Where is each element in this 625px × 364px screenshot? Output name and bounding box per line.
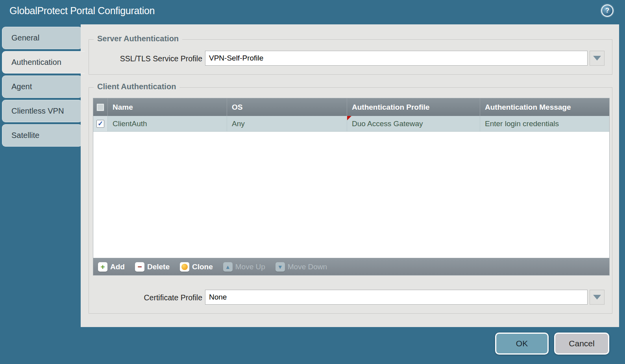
move-down-button-label: Move Down [288,263,327,271]
cell-name: ClientAuth [108,116,227,131]
window-title: GlobalProtect Portal Configuration [9,5,155,17]
move-up-button-label: Move Up [235,263,265,271]
column-header-os[interactable]: OS [227,98,347,116]
ssl-tls-service-profile-label: SSL/TLS Service Profile [89,54,202,63]
arrow-down-icon: ▼ [276,262,285,272]
tab-clientless-vpn[interactable]: Clientless VPN [2,100,82,122]
ok-button[interactable]: OK [495,333,549,355]
table-row[interactable]: ✓ ClientAuth Any Duo Access Gateway Ente… [93,116,609,132]
clone-button-label: Clone [192,263,213,271]
chevron-down-icon [593,295,601,300]
certificate-profile-dropdown-button[interactable] [590,290,605,305]
tab-label: Authentication [11,58,61,67]
tab-label: Clientless VPN [11,107,64,116]
cell-authentication-profile: Duo Access Gateway [347,116,480,131]
help-icon: ? [605,7,609,15]
modified-flag-icon [347,116,351,120]
table-header-row: Name OS Authentication Profile Authentic… [93,98,609,116]
move-down-button[interactable]: ▼ Move Down [276,262,327,272]
arrow-up-icon: ▲ [223,262,233,272]
ssl-tls-service-profile-input[interactable] [205,51,588,66]
tab-satellite[interactable]: Satellite [2,124,82,147]
column-header-authentication-profile[interactable]: Authentication Profile [347,98,480,116]
tab-label: General [11,33,39,42]
client-authentication-legend: Client Authentication [94,82,179,91]
help-button[interactable]: ? [601,4,614,17]
minus-icon: − [135,262,144,272]
add-button[interactable]: + Add [98,262,125,272]
cell-authentication-message: Enter login credentials [480,116,609,131]
authentication-panel: Server Authentication SSL/TLS Service Pr… [81,24,619,327]
clone-icon [180,262,189,272]
cancel-button[interactable]: Cancel [554,333,609,355]
row-checkbox-cell: ✓ [93,116,108,131]
cell-authentication-profile-text: Duo Access Gateway [352,119,423,128]
client-authentication-table: Name OS Authentication Profile Authentic… [93,98,610,276]
add-button-label: Add [110,263,125,271]
column-header-authentication-message[interactable]: Authentication Message [480,98,609,116]
ssl-tls-service-profile-dropdown-button[interactable] [590,51,605,66]
cell-os: Any [227,116,347,131]
clone-button[interactable]: Clone [180,262,213,272]
table-toolbar: + Add − Delete Clone ▲ Move Up ▼ Move [93,258,609,275]
table-empty-area [93,132,609,258]
tab-agent[interactable]: Agent [2,75,82,98]
certificate-profile-input[interactable] [205,290,588,305]
select-all-checkbox-cell [93,98,108,116]
delete-button-label: Delete [147,263,170,271]
certificate-profile-label: Certificate Profile [89,293,202,302]
chevron-down-icon [593,56,601,61]
server-authentication-legend: Server Authentication [94,34,182,43]
select-all-checkbox[interactable] [96,103,104,111]
server-authentication-section: Server Authentication SSL/TLS Service Pr… [89,39,612,75]
column-header-name[interactable]: Name [108,98,227,116]
tab-label: Agent [11,82,32,91]
tab-label: Satellite [11,131,39,140]
tab-general[interactable]: General [2,27,82,49]
plus-icon: + [98,262,107,272]
row-checkbox[interactable]: ✓ [96,120,104,128]
delete-button[interactable]: − Delete [135,262,170,272]
tab-authentication[interactable]: Authentication [2,51,85,74]
move-up-button[interactable]: ▲ Move Up [223,262,265,272]
client-authentication-section: Client Authentication Name OS Authentica… [89,87,612,314]
